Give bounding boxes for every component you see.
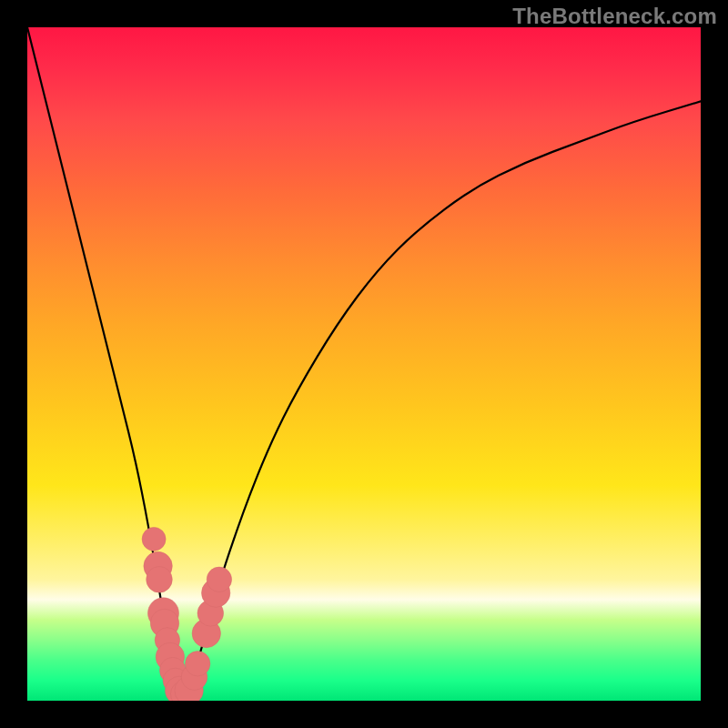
bead	[186, 652, 210, 676]
beads-cluster	[142, 527, 231, 701]
bottleneck-curve-chart	[27, 27, 701, 701]
bead	[142, 527, 166, 551]
bottleneck-curve	[27, 27, 701, 697]
bead	[207, 567, 231, 592]
watermark-text: TheBottleneck.com	[512, 4, 717, 29]
chart-area	[27, 27, 701, 701]
bead	[147, 567, 173, 593]
